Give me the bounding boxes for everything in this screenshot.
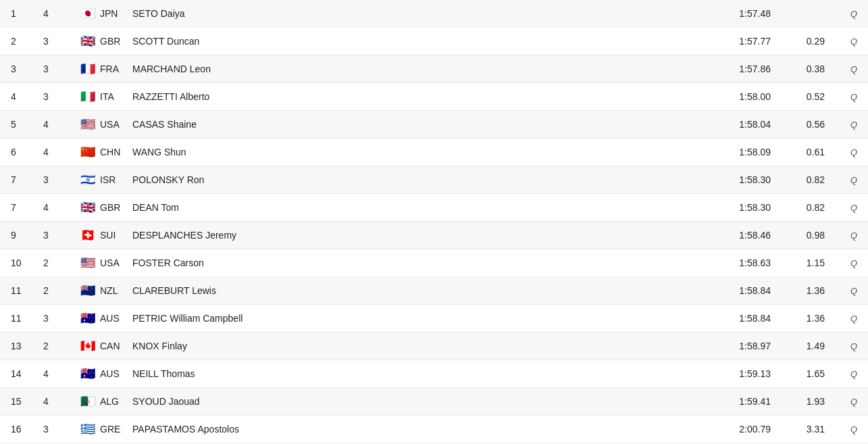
rank-cell: 7 [11, 202, 43, 213]
diff-cell: 0.98 [771, 230, 825, 241]
lane-cell: 3 [43, 313, 76, 324]
time-cell: 1:58.00 [703, 91, 771, 102]
time-cell: 2:00.79 [703, 424, 771, 435]
lane-cell: 3 [43, 36, 76, 47]
table-row: 2 3 🇬🇧 GBR SCOTT Duncan 1:57.77 0.29 Q [0, 28, 868, 55]
qualification-badge: Q [825, 369, 857, 379]
country-cell: GBR [100, 202, 132, 213]
flag-cell: 🇦🇺 [76, 312, 100, 324]
table-row: 9 3 🇨🇭 SUI DESPLANCHES Jeremy 1:58.46 0.… [0, 222, 868, 249]
lane-cell: 3 [43, 91, 76, 102]
lane-cell: 4 [43, 119, 76, 130]
country-cell: AUS [100, 313, 132, 324]
lane-cell: 4 [43, 396, 76, 407]
time-cell: 1:57.77 [703, 36, 771, 47]
qualification-badge: Q [825, 286, 857, 296]
rank-cell: 13 [11, 341, 43, 351]
country-flag-icon: 🇦🇺 [80, 368, 95, 380]
lane-cell: 4 [43, 8, 76, 19]
rank-cell: 11 [11, 313, 43, 324]
country-cell: ISR [100, 174, 132, 185]
time-cell: 1:59.41 [703, 396, 771, 407]
flag-cell: 🇬🇧 [76, 201, 100, 214]
rank-cell: 2 [11, 36, 43, 47]
country-cell: FRA [100, 64, 132, 74]
table-row: 6 4 🇨🇳 CHN WANG Shun 1:58.09 0.61 Q [0, 139, 868, 166]
flag-cell: 🇯🇵 [76, 7, 100, 20]
athlete-name-cell: SYOUD Jaouad [132, 396, 703, 407]
athlete-name-cell: SETO Daiya [132, 8, 703, 19]
qualification-badge: Q [825, 92, 857, 102]
flag-cell: 🇨🇳 [76, 146, 100, 158]
country-flag-icon: 🇨🇦 [80, 340, 95, 352]
rank-cell: 15 [11, 396, 43, 407]
flag-cell: 🇺🇸 [76, 257, 100, 269]
country-cell: GBR [100, 36, 132, 47]
diff-cell: 0.52 [771, 91, 825, 102]
flag-cell: 🇮🇱 [76, 174, 100, 186]
rank-cell: 4 [11, 91, 43, 102]
table-row: 11 3 🇦🇺 AUS PETRIC William Campbell 1:58… [0, 305, 868, 332]
country-flag-icon: 🇫🇷 [80, 63, 95, 75]
country-cell: USA [100, 257, 132, 268]
rank-cell: 14 [11, 368, 43, 379]
country-flag-icon: 🇮🇹 [80, 91, 95, 103]
athlete-name-cell: POLONSKY Ron [132, 174, 703, 185]
athlete-name-cell: FOSTER Carson [132, 257, 703, 268]
athlete-name-cell: SCOTT Duncan [132, 36, 703, 47]
diff-cell: 1.36 [771, 313, 825, 324]
qualification-badge: Q [825, 9, 857, 19]
lane-cell: 3 [43, 64, 76, 74]
diff-cell: 0.56 [771, 119, 825, 130]
qualification-badge: Q [825, 120, 857, 130]
time-cell: 1:59.13 [703, 368, 771, 379]
qualification-badge: Q [825, 258, 857, 268]
table-row: 11 2 🇳🇿 NZL CLAREBURT Lewis 1:58.84 1.36… [0, 277, 868, 305]
table-row: 7 4 🇬🇧 GBR DEAN Tom 1:58.30 0.82 Q [0, 194, 868, 222]
country-cell: GRE [100, 424, 132, 435]
flag-cell: 🇨🇦 [76, 340, 100, 352]
diff-cell: 1.36 [771, 285, 825, 296]
diff-cell: 3.31 [771, 424, 825, 435]
country-cell: SUI [100, 230, 132, 241]
rank-cell: 11 [11, 285, 43, 296]
flag-cell: 🇦🇺 [76, 368, 100, 380]
country-cell: CHN [100, 147, 132, 157]
diff-cell: 1.15 [771, 257, 825, 268]
qualification-badge: Q [825, 147, 857, 157]
athlete-name-cell: CASAS Shaine [132, 119, 703, 130]
time-cell: 1:57.86 [703, 64, 771, 74]
rank-cell: 1 [11, 8, 43, 19]
qualification-badge: Q [825, 341, 857, 351]
athlete-name-cell: MARCHAND Leon [132, 64, 703, 74]
country-flag-icon: 🇬🇷 [80, 423, 95, 435]
diff-cell: 0.82 [771, 174, 825, 185]
results-table: 1 4 🇯🇵 JPN SETO Daiya 1:57.48 Q 2 3 🇬🇧 G… [0, 0, 868, 443]
lane-cell: 3 [43, 230, 76, 241]
time-cell: 1:58.30 [703, 174, 771, 185]
diff-cell: 1.93 [771, 396, 825, 407]
flag-cell: 🇮🇹 [76, 91, 100, 103]
table-row: 1 4 🇯🇵 JPN SETO Daiya 1:57.48 Q [0, 0, 868, 28]
diff-cell: 0.82 [771, 202, 825, 213]
rank-cell: 16 [11, 424, 43, 435]
flag-cell: 🇨🇭 [76, 229, 100, 241]
athlete-name-cell: DEAN Tom [132, 202, 703, 213]
flag-cell: 🇬🇷 [76, 423, 100, 435]
rank-cell: 6 [11, 147, 43, 157]
rank-cell: 9 [11, 230, 43, 241]
lane-cell: 2 [43, 257, 76, 268]
lane-cell: 2 [43, 341, 76, 351]
country-flag-icon: 🇳🇿 [80, 285, 95, 297]
flag-cell: 🇳🇿 [76, 285, 100, 297]
athlete-name-cell: PETRIC William Campbell [132, 313, 703, 324]
qualification-badge: Q [825, 397, 857, 407]
country-flag-icon: 🇺🇸 [80, 118, 95, 130]
country-flag-icon: 🇬🇧 [80, 201, 95, 214]
lane-cell: 4 [43, 368, 76, 379]
rank-cell: 5 [11, 119, 43, 130]
diff-cell: 0.38 [771, 64, 825, 74]
country-cell: ALG [100, 396, 132, 407]
country-flag-icon: 🇨🇳 [80, 146, 95, 158]
country-cell: CAN [100, 341, 132, 351]
